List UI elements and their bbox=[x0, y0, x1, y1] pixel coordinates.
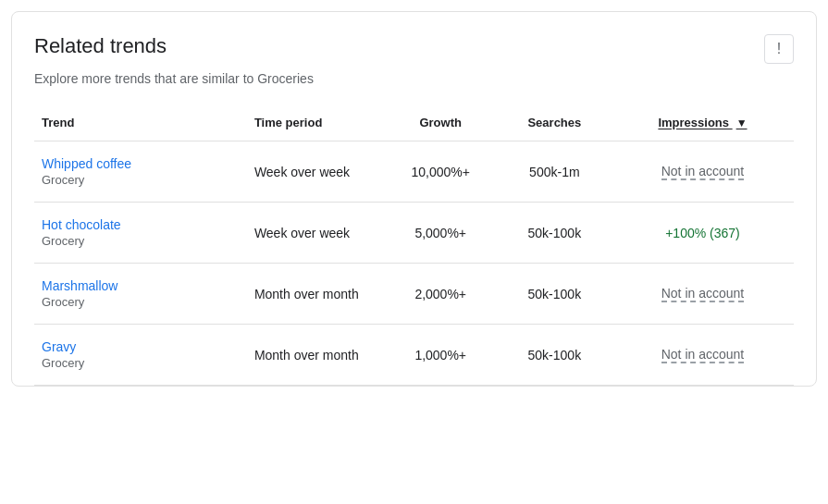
trend-growth: 2,000%+ bbox=[384, 264, 498, 325]
card-header: Related trends ! bbox=[34, 34, 794, 64]
trend-growth: 10,000%+ bbox=[384, 141, 498, 203]
sort-arrow-icon: ▼ bbox=[736, 117, 748, 129]
card-subtitle: Explore more trends that are similar to … bbox=[34, 71, 794, 86]
trend-searches: 500k-1m bbox=[498, 141, 612, 203]
trend-growth: 5,000%+ bbox=[384, 203, 498, 264]
trend-impressions: Not in account bbox=[612, 325, 794, 386]
trend-name-link[interactable]: Gravy bbox=[42, 339, 240, 354]
table-row: MarshmallowGroceryMonth over month2,000%… bbox=[34, 264, 794, 325]
header-trend: Trend bbox=[34, 104, 247, 141]
trend-searches: 50k-100k bbox=[498, 264, 612, 325]
trend-time-period: Week over week bbox=[247, 203, 384, 264]
not-in-account-label[interactable]: Not in account bbox=[661, 286, 745, 302]
table-header-row: Trend Time period Growth Searches Impres… bbox=[34, 104, 794, 141]
trend-category: Grocery bbox=[42, 295, 240, 309]
not-in-account-label[interactable]: Not in account bbox=[661, 164, 745, 180]
trend-impressions: Not in account bbox=[612, 141, 794, 203]
table-row: GravyGroceryMonth over month1,000%+50k-1… bbox=[34, 325, 794, 386]
trends-table: Trend Time period Growth Searches Impres… bbox=[34, 104, 794, 386]
trend-searches: 50k-100k bbox=[498, 325, 612, 386]
trend-category: Grocery bbox=[42, 356, 240, 370]
impressions-value: +100% (367) bbox=[665, 226, 740, 240]
trend-time-period: Month over month bbox=[247, 325, 384, 386]
trend-impressions: Not in account bbox=[612, 264, 794, 325]
trend-time-period: Month over month bbox=[247, 264, 384, 325]
trend-growth: 1,000%+ bbox=[384, 325, 498, 386]
header-impressions[interactable]: Impressions ▼ bbox=[612, 104, 794, 141]
trend-name-link[interactable]: Hot chocolate bbox=[42, 217, 240, 232]
trend-impressions: +100% (367) bbox=[612, 203, 794, 264]
exclamation-icon: ! bbox=[777, 41, 781, 57]
table-row: Whipped coffeeGroceryWeek over week10,00… bbox=[34, 141, 794, 203]
trend-category: Grocery bbox=[42, 234, 240, 248]
header-time-period: Time period bbox=[247, 104, 384, 141]
trend-name-link[interactable]: Whipped coffee bbox=[42, 156, 240, 171]
related-trends-card: Related trends ! Explore more trends tha… bbox=[11, 11, 817, 387]
trend-category: Grocery bbox=[42, 173, 240, 187]
feedback-button[interactable]: ! bbox=[764, 34, 794, 64]
not-in-account-label[interactable]: Not in account bbox=[661, 347, 745, 363]
header-growth: Growth bbox=[384, 104, 498, 141]
trend-name-link[interactable]: Marshmallow bbox=[42, 278, 240, 293]
trend-time-period: Week over week bbox=[247, 141, 384, 203]
card-title: Related trends bbox=[34, 34, 167, 58]
table-row: Hot chocolateGroceryWeek over week5,000%… bbox=[34, 203, 794, 264]
header-searches: Searches bbox=[498, 104, 612, 141]
trend-searches: 50k-100k bbox=[498, 203, 612, 264]
